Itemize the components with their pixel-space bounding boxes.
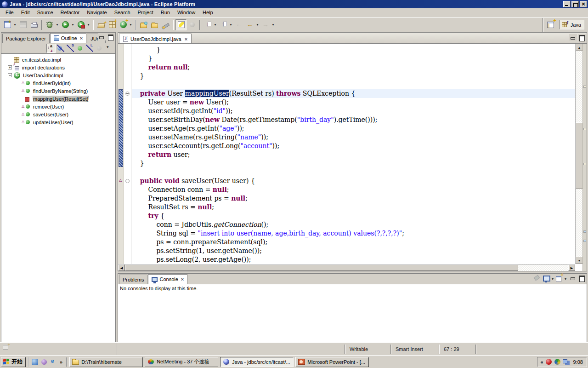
code-line[interactable]: ps.setString(1, user.getName()); [132, 247, 575, 255]
annotation-mark[interactable] [583, 86, 586, 88]
next-annotation-dropdown-icon[interactable]: ▾ [213, 23, 217, 27]
view-maximize-button[interactable] [107, 34, 114, 40]
code-line[interactable]: conn = JdbcUtils.getConnection(); [132, 220, 575, 229]
quick-launch-media-icon[interactable] [31, 358, 39, 366]
code-line[interactable]: user.setBirthDay(new Date(rs.getTimestam… [132, 115, 575, 124]
outline-item-finduserbyid-int-[interactable]: findUserById(int) [1, 79, 115, 87]
code-line[interactable]: ps.setLong(2, user.getAge()); [132, 255, 575, 264]
menu-refactor[interactable]: Refactor [57, 9, 84, 17]
vertical-scrollbar[interactable]: ▲ ▼ [575, 44, 582, 264]
editor-minimize-button[interactable] [569, 34, 577, 41]
view-menu-button[interactable] [104, 44, 113, 53]
code-line[interactable]: public void saveUser(User user) { [132, 177, 575, 185]
annotation-mark[interactable] [583, 128, 586, 130]
new-package-button[interactable] [107, 19, 118, 30]
menu-window[interactable]: Window [174, 9, 199, 17]
code-line[interactable]: private User mappingUser(ResultSet rs) t… [132, 89, 575, 98]
code-line[interactable]: user.setAccount(rs.getLong("account")); [132, 142, 575, 150]
tray-media-red-icon[interactable] [545, 358, 552, 365]
hide-local-types-button[interactable] [85, 44, 94, 53]
console-tab-close-icon[interactable]: × [180, 276, 184, 282]
run-dropdown-icon[interactable]: ▾ [71, 23, 75, 27]
open-console-button[interactable] [554, 275, 564, 283]
code-line[interactable]: } [132, 72, 575, 80]
expand-icon[interactable] [8, 65, 12, 69]
code-line[interactable]: user.setName(rs.getString("name")); [132, 133, 575, 142]
java-search-button[interactable] [160, 19, 171, 30]
console-maximize-button[interactable] [578, 275, 586, 282]
annotation-mark[interactable] [583, 230, 586, 233]
task-netmeeting-button[interactable]: NetMeeting - 37 个连接 [145, 357, 218, 367]
code-line[interactable]: user.setAge(rs.getInt("age")); [132, 124, 575, 133]
outline-item-cn-itcast-dao-impl[interactable]: cn.itcast.dao.impl [1, 56, 115, 63]
scroll-left-icon[interactable]: ◀ [118, 264, 125, 271]
new-wizard-dropdown-icon[interactable]: ▾ [13, 23, 17, 27]
close-button[interactable] [580, 1, 587, 7]
vertical-scroll-thumb[interactable] [576, 122, 583, 189]
debug-dropdown-icon[interactable]: ▾ [55, 23, 59, 27]
overview-ruler[interactable] [582, 44, 587, 271]
view-minimize-button[interactable] [98, 34, 106, 40]
tray-network-icon[interactable] [563, 358, 570, 365]
back-dropdown-icon[interactable]: ▾ [255, 23, 260, 27]
code-line[interactable]: User user = new User(); [132, 98, 575, 107]
code-line[interactable]: ps = conn.prepareStatement(sql); [132, 238, 575, 247]
fold-collapse-icon[interactable] [125, 92, 130, 96]
outline-item-import-declarations[interactable]: import declarations [1, 63, 115, 71]
tray-collapse-icon[interactable]: « [540, 359, 543, 365]
scroll-up-icon[interactable]: ▲ [576, 44, 583, 51]
new-class-dropdown-icon[interactable]: ▾ [129, 23, 133, 27]
quick-launch-msg-icon[interactable] [40, 358, 48, 366]
scroll-down-icon[interactable]: ▼ [576, 257, 583, 264]
code-line[interactable] [132, 80, 575, 89]
hide-non-public-button[interactable] [75, 44, 85, 53]
menu-edit[interactable]: Edit [17, 9, 34, 17]
minimize-button[interactable] [563, 1, 571, 7]
run-button[interactable] [60, 19, 71, 30]
display-selected-console-dropdown-icon[interactable]: ▾ [552, 277, 554, 281]
quick-launch-overflow-icon[interactable]: » [58, 359, 64, 365]
outline-item-saveuser-user-[interactable]: saveUser(User) [1, 110, 115, 118]
horizontal-scroll-thumb[interactable] [125, 264, 518, 271]
menu-source[interactable]: Source [34, 9, 57, 17]
code-line[interactable] [132, 168, 575, 177]
scroll-right-icon[interactable]: ▶ [568, 264, 575, 271]
annotation-mark[interactable] [583, 240, 586, 242]
menu-search[interactable]: Search [111, 9, 134, 17]
horizontal-scrollbar[interactable]: ◀ ▶ [118, 264, 575, 271]
new-java-wizard-button[interactable] [96, 19, 107, 30]
hide-fields-button[interactable] [56, 44, 65, 53]
new-wizard-button[interactable] [2, 19, 13, 30]
outline-item-updateuser-user-[interactable]: updateUser(User) [1, 118, 115, 126]
menu-help[interactable]: Help [199, 9, 217, 17]
run-external-tools-button[interactable] [75, 19, 86, 30]
menu-project[interactable]: Project [134, 9, 157, 17]
previous-annotation-button[interactable] [218, 19, 229, 30]
view-tab-close-icon[interactable]: × [79, 35, 83, 41]
view-tab-package-explorer[interactable]: Package Explorer [2, 34, 50, 43]
next-annotation-button[interactable] [202, 19, 213, 30]
restore-button[interactable] [571, 1, 579, 7]
print-button[interactable] [28, 19, 40, 30]
outline-item-userdaojdbcimpl[interactable]: UserDaoJdbcImpl [1, 71, 115, 79]
tray-swirl-icon[interactable] [554, 358, 561, 365]
start-button[interactable]: 开始 [1, 357, 26, 367]
editor-tab-userdaojdbcimpl[interactable]: UserDaoJdbcImpl.java × [119, 34, 192, 44]
code-line[interactable]: return null; [132, 63, 575, 72]
code-line[interactable]: Connection conn = null; [132, 185, 575, 194]
outline-item-finduserbyname-string-[interactable]: findUserByName(String) [1, 87, 115, 95]
outline-item-remove-user-[interactable]: remove(User) [1, 103, 115, 110]
previous-annotation-dropdown-icon[interactable]: ▾ [229, 23, 233, 27]
quick-launch-ie-icon[interactable] [50, 358, 57, 366]
code-line[interactable]: ResultSet rs = null; [132, 203, 575, 212]
code-area[interactable]: } } return null; } private User mappingU… [132, 44, 575, 264]
outline-item-mappinguser-resultset-[interactable]: mappingUser(ResultSet) [1, 95, 115, 103]
menu-navigate[interactable]: Navigate [83, 9, 110, 17]
open-type-button[interactable] [138, 19, 149, 30]
run-external-tools-dropdown-icon[interactable]: ▾ [86, 23, 90, 27]
open-resource-button[interactable] [149, 19, 160, 30]
code-line[interactable]: } [132, 54, 575, 63]
code-line[interactable]: user.setId(rs.getInt("id")); [132, 107, 575, 115]
open-console-dropdown-icon[interactable]: ▾ [565, 277, 566, 281]
view-tab-outline[interactable]: Outline× [50, 33, 86, 43]
